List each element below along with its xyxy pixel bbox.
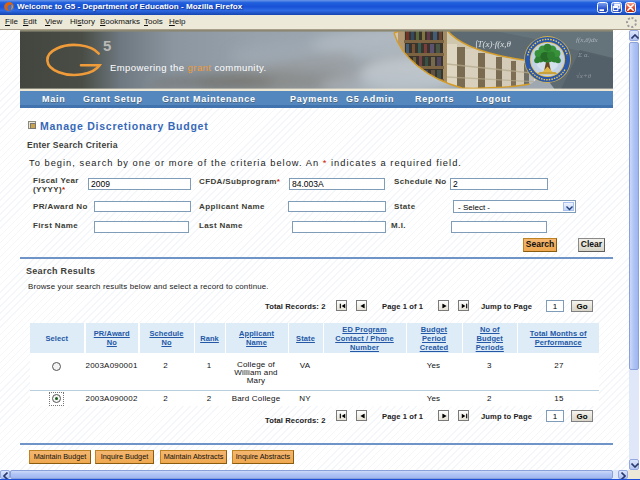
svg-text:√x+θ: √x+θ [576,72,592,80]
svg-text:Empowering the grant community: Empowering the grant community. [110,62,266,73]
svg-text:∫T(x)·f(x,θ: ∫T(x)·f(x,θ [474,39,511,50]
svg-text:Σ aₓ: Σ aₓ [577,51,589,59]
svg-text:5: 5 [103,37,111,54]
svg-text:f(x,θ)dx: f(x,θ)dx [576,36,598,44]
